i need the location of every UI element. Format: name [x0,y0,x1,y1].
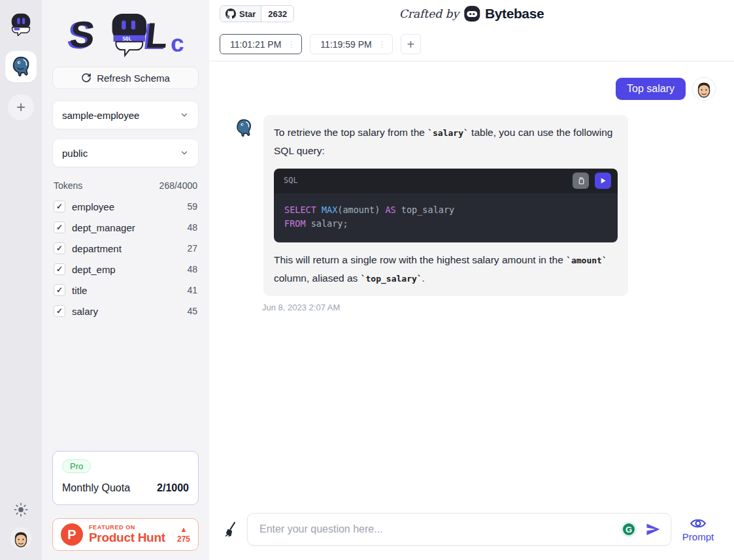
svg-text:S: S [68,14,97,56]
theme-toggle-button[interactable] [14,502,28,517]
code-line: SELECT MAX(amount) AS top_salary [284,203,607,218]
table-checkbox[interactable]: ✓ [54,242,65,254]
add-connection-button[interactable]: + [8,94,34,120]
connection-rail: + [0,0,42,560]
text-segment: To retrieve the top salary from the [274,127,427,138]
prompt-label: Prompt [682,531,714,542]
prompt-button[interactable]: Prompt [679,516,717,543]
tokens-summary: Tokens 268/4000 [54,180,197,191]
play-icon [599,177,607,184]
user-message-row: Top salary [234,77,716,101]
tokens-label: Tokens [54,180,82,191]
rail-item-postgres-connection[interactable] [5,51,37,82]
table-token-count: 45 [187,306,197,316]
schema-select[interactable]: public [52,139,199,167]
refresh-schema-label: Refresh Schema [97,73,170,84]
broom-icon [222,521,239,538]
tabs-container: 11:01:21 PM⋮11:19:59 PM⋮ [220,34,393,54]
plus-icon: + [16,99,25,115]
product-hunt-logo: P [61,523,83,546]
star-count: 2632 [261,6,293,22]
table-name: employee [72,201,180,212]
copy-code-button[interactable] [573,173,589,189]
table-token-count: 59 [187,201,197,212]
message-timestamp: Jun 8, 2023 2:07 AM [262,303,716,312]
user-account-avatar[interactable] [10,527,32,550]
table-token-count: 48 [187,222,197,233]
app-window: + [0,0,734,560]
table-row[interactable]: ✓dept_manager48 [52,217,199,238]
user-face-icon [693,78,715,100]
svg-text:L: L [144,16,170,56]
upvote-block: ▲ 275 [177,526,190,544]
rail-bottom [10,502,32,550]
table-name: dept_emp [72,264,180,275]
github-star-button[interactable]: Star 2632 [220,5,294,22]
eye-icon [690,516,707,531]
question-input-box: G [247,513,671,546]
bytebase-logo-icon [463,5,480,22]
refresh-icon [81,73,92,83]
code-block-body: SELECT MAX(amount) AS top_salaryFROM sal… [274,193,618,242]
table-row[interactable]: ✓dept_emp48 [52,259,199,280]
conversation-tab[interactable]: 11:01:21 PM⋮ [220,34,302,54]
table-name: dept_manager [72,222,180,233]
code-language-label: SQL [284,174,298,188]
code-actions [573,173,611,189]
table-row[interactable]: ✓employee59 [52,196,199,217]
table-row[interactable]: ✓salary45 [52,301,199,321]
chevron-down-icon [180,148,189,157]
text-segment: column, aliased as [274,272,361,284]
kebab-menu-icon[interactable]: ⋮ [287,39,295,49]
svg-text:c: c [171,30,184,57]
inline-code: `salary` [427,128,469,138]
upvote-count: 275 [177,535,190,544]
question-input[interactable] [258,523,621,536]
product-hunt-name: Product Hunt [89,531,165,545]
chat-messages: Top salary [209,61,734,505]
new-conversation-button[interactable]: + [401,34,421,54]
connection-select-value: sample-employee [62,110,139,121]
kebab-menu-icon[interactable]: ⋮ [378,39,386,49]
table-checkbox[interactable]: ✓ [54,305,65,317]
tokens-value: 268/4000 [159,180,197,191]
upvote-triangle-icon: ▲ [180,526,188,533]
clear-conversation-button[interactable] [222,521,239,538]
assistant-avatar [234,116,254,142]
tab-label: 11:19:59 PM [320,39,371,50]
tab-label: 11:01:21 PM [230,39,281,50]
table-checkbox[interactable]: ✓ [54,263,65,275]
table-row[interactable]: ✓department27 [52,238,199,259]
user-message-bubble: Top salary [616,78,686,100]
user-avatar [692,77,716,101]
star-label: Star [239,9,256,19]
composer-bar: G Prompt [209,505,734,560]
send-button[interactable] [642,520,664,538]
quota-card: Pro Monthly Quota 2/1000 [52,451,199,505]
table-list: ✓employee59✓dept_manager48✓department27✓… [52,196,199,321]
bytebase-wordmark: Bytebase [485,6,544,22]
product-hunt-badge[interactable]: P FEATURED ON Product Hunt ▲ 275 [52,518,199,551]
table-row[interactable]: ✓title41 [52,280,199,301]
topbar: Star 2632 Crafted by Bytebase [209,0,734,27]
conversation-tab[interactable]: 11:19:59 PM⋮ [310,34,392,54]
refresh-schema-button[interactable]: Refresh Schema [52,67,199,89]
sqlchat-bot-icon[interactable] [7,9,35,38]
code-line: FROM salary; [284,217,607,231]
user-face-icon [10,527,32,550]
connection-select[interactable]: sample-employee [52,101,199,129]
table-token-count: 41 [187,285,197,295]
table-checkbox[interactable]: ✓ [54,201,65,212]
product-hunt-text: FEATURED ON Product Hunt [89,525,165,545]
run-query-button[interactable] [595,173,611,189]
schema-sidebar: S S SQL L L c Refresh Schema sample-empl… [42,0,209,560]
conversation-tabs: 11:01:21 PM⋮11:19:59 PM⋮ + [209,27,734,61]
bot-avatar-icon [8,11,33,36]
schema-select-value: public [62,148,88,159]
star-left: Star [220,6,261,22]
grammarly-icon[interactable]: G [621,521,637,537]
copy-icon [576,176,585,185]
sun-icon [14,502,28,517]
table-checkbox[interactable]: ✓ [54,284,65,296]
table-checkbox[interactable]: ✓ [54,222,65,233]
